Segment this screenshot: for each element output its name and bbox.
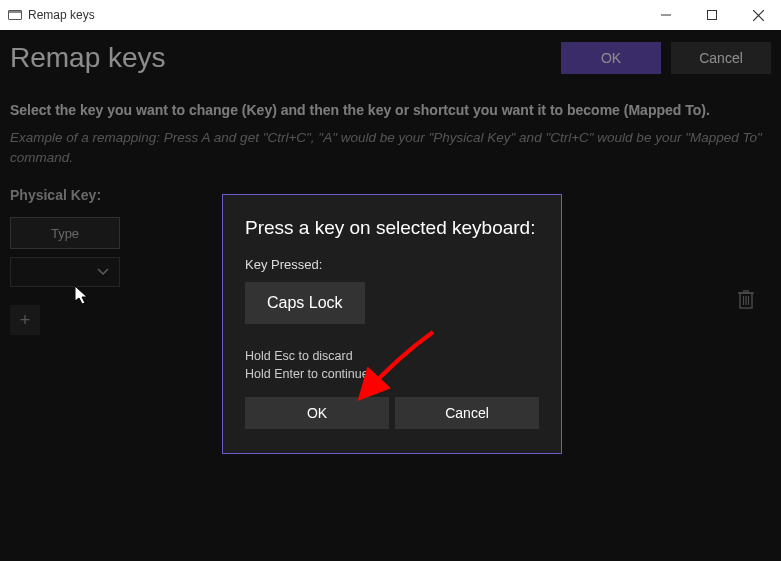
key-select[interactable] [10,257,120,287]
modal-button-row: OK Cancel [245,397,539,429]
app-icon [8,10,22,20]
modal-cancel-button[interactable]: Cancel [395,397,539,429]
key-press-modal: Press a key on selected keyboard: Key Pr… [222,194,562,454]
window-title: Remap keys [28,8,95,22]
header-cancel-button[interactable]: Cancel [671,42,771,74]
header-row: Remap keys OK Cancel [10,42,771,74]
header-ok-button[interactable]: OK [561,42,661,74]
minimize-button[interactable] [643,0,689,30]
modal-title: Press a key on selected keyboard: [245,217,539,239]
titlebar: Remap keys [0,0,781,30]
example-text: Example of a remapping: Press A and get … [10,128,771,167]
type-button[interactable]: Type [10,217,120,249]
chevron-down-icon [97,268,109,276]
cursor-icon [75,286,91,306]
plus-icon: + [20,310,31,331]
content-area: Remap keys OK Cancel Select the key you … [0,30,781,561]
trash-icon[interactable] [737,288,757,312]
page-title: Remap keys [10,42,561,74]
add-mapping-button[interactable]: + [10,305,40,335]
key-pressed-value: Caps Lock [245,282,365,324]
close-button[interactable] [735,0,781,30]
maximize-button[interactable] [689,0,735,30]
modal-ok-button[interactable]: OK [245,397,389,429]
modal-hint: Hold Esc to discard Hold Enter to contin… [245,348,539,383]
modal-hint-line1: Hold Esc to discard [245,348,539,366]
svg-rect-1 [708,11,717,20]
svg-marker-11 [75,286,87,304]
window: Remap keys Remap keys OK Cancel Select t… [0,0,781,561]
modal-hint-line2: Hold Enter to continue [245,366,539,384]
window-controls [643,0,781,30]
type-button-label: Type [51,226,79,241]
instruction-text: Select the key you want to change (Key) … [10,102,771,118]
key-pressed-label: Key Pressed: [245,257,539,272]
